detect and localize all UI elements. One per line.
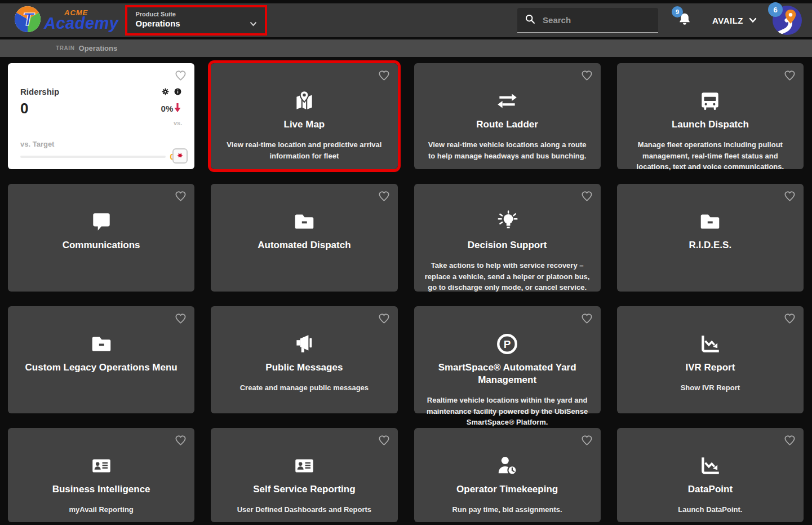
chat-bubble-icon	[90, 210, 113, 233]
card-communications[interactable]: Communications	[8, 184, 194, 292]
card-ivr-report[interactable]: IVR Report Show IVR Report	[617, 306, 804, 413]
heart-icon	[378, 75, 391, 83]
favorite-button[interactable]	[378, 312, 391, 325]
card-rides[interactable]: R.I.D.E.S.	[617, 184, 804, 292]
card-title: Launch Dispatch	[672, 118, 749, 131]
kpi-vs-label: vs.	[20, 120, 182, 126]
card-datapoint[interactable]: DataPoint Launch DataPoint.	[617, 428, 804, 522]
product-suite-dropdown[interactable]: Product Suite Operations	[127, 7, 265, 33]
favorite-button[interactable]	[783, 312, 796, 325]
notification-count-badge: 9	[672, 6, 683, 17]
card-title: SmartSpace® Automated Yard Management	[424, 361, 591, 386]
breadcrumb: TRAIN Operations	[0, 39, 812, 57]
heart-icon	[174, 75, 187, 83]
kpi-title: Ridership	[20, 87, 59, 96]
card-live-map[interactable]: Live Map View real-time location and pre…	[211, 63, 397, 169]
favorite-button[interactable]	[378, 189, 391, 202]
favorite-button[interactable]	[174, 69, 187, 82]
folder-icon	[292, 210, 316, 233]
breadcrumb-section: Operations	[79, 44, 118, 52]
card-public-messages[interactable]: Public Messages Create and manage public…	[211, 306, 397, 413]
card-description: Launch DataPoint.	[678, 504, 742, 515]
chart-line-icon	[698, 454, 722, 478]
favorite-button[interactable]	[783, 69, 796, 82]
highlight-box-product-suite: Product Suite Operations	[125, 5, 267, 36]
chevron-down-icon	[250, 19, 257, 29]
card-custom-legacy-operations-menu[interactable]: Custom Legacy Operations Menu	[8, 306, 194, 413]
heart-icon	[378, 196, 391, 204]
favorite-button[interactable]	[580, 69, 593, 82]
heart-icon	[783, 440, 796, 448]
card-grid: Ridership 0 0%	[0, 57, 812, 522]
ridership-kpi-widget[interactable]: Ridership 0 0%	[8, 63, 194, 169]
bus-icon	[698, 89, 722, 113]
favorite-button[interactable]	[580, 189, 593, 202]
card-description: Manage fleet operations including pullou…	[627, 139, 793, 173]
user-menu[interactable]: AVAILZ	[712, 15, 757, 25]
map-pin-icon	[292, 89, 316, 113]
card-title: Public Messages	[265, 361, 343, 374]
card-description: Take actions to help with service recove…	[424, 260, 591, 293]
logo-circle-icon: T	[15, 6, 41, 34]
id-card-icon	[292, 454, 316, 478]
card-title: Operator Timekeeping	[456, 483, 558, 496]
card-title: Communications	[63, 239, 140, 252]
heart-icon	[174, 440, 187, 448]
app-logo[interactable]: T ACME Academy	[15, 6, 118, 34]
favorite-button[interactable]	[783, 434, 796, 447]
heart-icon	[378, 318, 391, 327]
product-suite-value: Operations	[135, 19, 257, 28]
kpi-value: 0	[20, 100, 28, 117]
kpi-settings-button[interactable]	[161, 87, 170, 96]
card-description: myAvail Reporting	[69, 504, 133, 515]
favorite-button[interactable]	[378, 69, 391, 82]
card-title: Route Ladder	[476, 118, 538, 131]
parking-circle-icon: P	[495, 332, 519, 356]
search-input[interactable]	[543, 15, 644, 25]
kpi-target-label: vs. Target	[20, 140, 182, 148]
favorite-button[interactable]	[174, 434, 187, 447]
heart-icon	[174, 196, 187, 204]
kpi-info-button[interactable]	[174, 87, 182, 96]
card-route-ladder[interactable]: Route Ladder View real-time vehicle loca…	[414, 63, 601, 169]
heart-icon	[783, 196, 796, 204]
heart-icon	[580, 75, 593, 83]
card-self-service-reporting[interactable]: Self Service Reporting User Defined Dash…	[211, 428, 397, 522]
heart-icon	[378, 440, 391, 448]
bug-splat-icon	[175, 151, 185, 162]
search-icon	[524, 13, 536, 27]
card-decision-support[interactable]: Decision Support Take actions to help wi…	[414, 184, 601, 292]
favorite-button[interactable]	[580, 312, 593, 325]
folder-icon	[90, 332, 113, 356]
megaphone-icon	[292, 332, 316, 356]
favorite-button[interactable]	[783, 189, 796, 202]
card-title: R.I.D.E.S.	[689, 239, 732, 252]
route-arrows-icon	[495, 89, 519, 113]
notifications-button[interactable]: 9	[677, 12, 692, 29]
id-card-icon	[90, 454, 113, 478]
heart-icon	[580, 318, 593, 327]
favorite-button[interactable]	[174, 189, 187, 202]
card-business-intelligence[interactable]: Business Intelligence myAvail Reporting	[8, 428, 194, 522]
card-description: Realtime vehicle locations within the ya…	[424, 395, 591, 428]
arrow-down-icon	[173, 103, 182, 114]
svg-text:T: T	[23, 9, 35, 29]
card-automated-dispatch[interactable]: Automated Dispatch	[211, 184, 397, 292]
favorite-button[interactable]	[378, 434, 391, 447]
kpi-bug-button[interactable]	[172, 148, 188, 164]
person-clock-icon	[495, 454, 519, 478]
bell-icon	[677, 19, 692, 28]
avatar[interactable]: 6	[773, 6, 802, 35]
card-operator-timekeeping[interactable]: Operator Timekeeping Run pay time, bid a…	[414, 428, 601, 522]
card-description: Show IVR Report	[681, 382, 740, 394]
heart-icon	[580, 196, 593, 204]
card-smartspace-automated-yard-management[interactable]: P SmartSpace® Automated Yard Management …	[414, 306, 601, 413]
card-description: Create and manage public messages	[240, 382, 369, 394]
info-icon	[174, 89, 182, 98]
favorite-button[interactable]	[580, 434, 593, 447]
favorite-button[interactable]	[174, 312, 187, 325]
lightbulb-icon	[495, 210, 519, 233]
card-launch-dispatch[interactable]: Launch Dispatch Manage fleet operations …	[617, 63, 804, 169]
logo-academy-text: Academy	[44, 15, 118, 32]
card-title: IVR Report	[685, 361, 735, 374]
